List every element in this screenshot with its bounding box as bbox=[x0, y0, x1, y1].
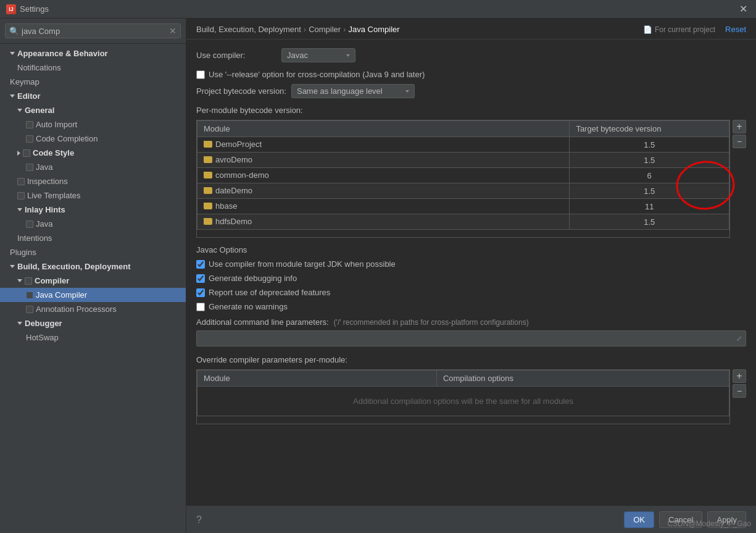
panel-header: Build, Execution, Deployment › Compiler … bbox=[186, 19, 756, 40]
override-hint: Additional compilation options will be t… bbox=[197, 387, 729, 416]
breadcrumb-sep1: › bbox=[304, 25, 306, 34]
cmd-input[interactable]: ⤢ bbox=[196, 330, 746, 346]
javac-option-0: Use compiler from module target JDK when… bbox=[196, 259, 746, 269]
compiler-label: Use compiler: bbox=[196, 51, 276, 60]
javac-option-checkbox-2[interactable] bbox=[196, 288, 205, 297]
breadcrumb-part1: Build, Execution, Deployment bbox=[196, 25, 301, 34]
page-icon bbox=[26, 292, 33, 299]
javac-option-checkbox-1[interactable] bbox=[196, 274, 205, 283]
watermark: CSDN@Modesty_P_Gao bbox=[667, 519, 751, 528]
cmd-input-expand-icon: ⤢ bbox=[736, 335, 742, 343]
main-panel: Build, Execution, Deployment › Compiler … bbox=[186, 19, 756, 533]
sidebar-item-auto-import[interactable]: Auto Import bbox=[0, 117, 186, 132]
main-content: 🔍 ✕ Appearance & Behavior Notifications … bbox=[0, 19, 756, 533]
javac-option-checkbox-0[interactable] bbox=[196, 260, 205, 269]
page-icon bbox=[17, 178, 25, 185]
sidebar-item-code-completion[interactable]: Code Completion bbox=[0, 132, 186, 146]
add-override-button[interactable]: + bbox=[733, 369, 746, 383]
javac-option-label-1: Generate debugging info bbox=[209, 274, 297, 283]
compiler-row: Use compiler: Javac bbox=[196, 48, 746, 62]
sidebar-item-hotswap[interactable]: HotSwap bbox=[0, 330, 186, 345]
sidebar-item-inspections[interactable]: Inspections bbox=[0, 174, 186, 188]
sidebar-item-live-templates[interactable]: Live Templates bbox=[0, 188, 186, 203]
sidebar-item-appearance[interactable]: Appearance & Behavior bbox=[0, 46, 186, 61]
sidebar-item-notifications[interactable]: Notifications bbox=[0, 61, 186, 75]
bytecode-version-row: Project bytecode version: Same as langua… bbox=[196, 84, 746, 98]
modules-table: Module Target bytecode version DemoProje… bbox=[197, 120, 729, 230]
expand-icon bbox=[17, 109, 22, 112]
release-option-row: Use '--release' option for cross-compila… bbox=[196, 70, 746, 79]
expand-icon bbox=[10, 94, 15, 98]
override-module-col: Module bbox=[197, 371, 437, 387]
compiler-dropdown[interactable]: Javac bbox=[281, 48, 355, 62]
sidebar: 🔍 ✕ Appearance & Behavior Notifications … bbox=[0, 19, 186, 533]
breadcrumb: Build, Execution, Deployment › Compiler … bbox=[196, 25, 400, 34]
app-icon: IJ bbox=[6, 4, 16, 14]
sidebar-item-keymap[interactable]: Keymap bbox=[0, 75, 186, 89]
breadcrumb-part3: Java Compiler bbox=[349, 25, 400, 34]
nav-tree: Appearance & Behavior Notifications Keym… bbox=[0, 44, 186, 533]
search-input[interactable] bbox=[22, 27, 169, 36]
page-icon bbox=[17, 192, 25, 199]
search-box: 🔍 ✕ bbox=[0, 19, 186, 44]
remove-module-button[interactable]: − bbox=[733, 135, 746, 148]
javac-option-label-2: Report use of deprecated features bbox=[209, 288, 330, 297]
sidebar-item-annotation-processors[interactable]: Annotation Processors bbox=[0, 302, 186, 316]
sidebar-item-java-style[interactable]: Java bbox=[0, 160, 186, 174]
project-icon: 📄 bbox=[643, 25, 652, 34]
ok-button[interactable]: OK bbox=[624, 511, 654, 528]
title-bar: IJ Settings ✕ bbox=[0, 0, 756, 19]
javac-option-label-0: Use compiler from module target JDK when… bbox=[209, 259, 396, 269]
page-icon bbox=[23, 149, 30, 157]
release-option-checkbox[interactable] bbox=[196, 70, 205, 79]
page-icon bbox=[26, 121, 33, 128]
search-icon: 🔍 bbox=[9, 27, 19, 36]
sidebar-item-java-hints[interactable]: Java bbox=[0, 217, 186, 231]
sidebar-item-editor[interactable]: Editor bbox=[0, 89, 186, 103]
sidebar-item-code-style[interactable]: Code Style bbox=[0, 146, 186, 160]
sidebar-item-java-compiler[interactable]: Java Compiler bbox=[0, 288, 186, 302]
table-row: common-demo 6 bbox=[197, 168, 729, 183]
expand-icon bbox=[17, 322, 22, 325]
javac-option-checkbox-3[interactable] bbox=[196, 303, 205, 311]
javac-option-1: Generate debugging info bbox=[196, 274, 746, 283]
javac-option-3: Generate no warnings bbox=[196, 302, 746, 311]
bytecode-version-dropdown[interactable]: Same as language level bbox=[291, 84, 415, 98]
page-icon bbox=[26, 306, 33, 313]
sidebar-item-intentions[interactable]: Intentions bbox=[0, 231, 186, 245]
javac-options-label: Javac Options bbox=[196, 245, 746, 254]
table-row: hdfsDemo 1.5 bbox=[197, 214, 729, 230]
page-icon bbox=[26, 164, 33, 171]
javac-options-list: Use compiler from module target JDK when… bbox=[196, 259, 746, 311]
javac-option-2: Report use of deprecated features bbox=[196, 288, 746, 297]
table-row: DemoProject 1.5 bbox=[197, 137, 729, 153]
search-clear-button[interactable]: ✕ bbox=[169, 26, 177, 36]
page-icon bbox=[26, 135, 33, 143]
breadcrumb-part2: Compiler bbox=[309, 25, 341, 34]
panel-body: Use compiler: Javac Use '--release' opti… bbox=[186, 40, 756, 506]
reset-button[interactable]: Reset bbox=[725, 25, 746, 34]
help-button[interactable]: ? bbox=[196, 514, 202, 526]
remove-override-button[interactable]: − bbox=[733, 384, 746, 398]
expand-icon bbox=[17, 208, 22, 211]
sidebar-item-build-execution[interactable]: Build, Execution, Deployment bbox=[0, 259, 186, 274]
table-row: dateDemo 1.5 bbox=[197, 183, 729, 199]
sidebar-item-debugger[interactable]: Debugger bbox=[0, 316, 186, 330]
additional-params-hint: ('/' recommended in paths for cross-plat… bbox=[334, 318, 529, 327]
sidebar-item-general[interactable]: General bbox=[0, 103, 186, 117]
cmd-input-wrap: ⤢ bbox=[196, 330, 746, 346]
override-table: Module Compilation options Additional co… bbox=[197, 370, 729, 416]
add-module-button[interactable]: + bbox=[733, 120, 746, 133]
table-row: avroDemo 1.5 bbox=[197, 153, 729, 168]
expand-icon bbox=[17, 151, 20, 156]
breadcrumb-sep2: › bbox=[343, 25, 346, 34]
expand-icon bbox=[10, 265, 15, 268]
table-row: hbase 11 bbox=[197, 199, 729, 214]
per-module-label: Per-module bytecode version: bbox=[196, 106, 746, 115]
sidebar-item-compiler[interactable]: Compiler bbox=[0, 274, 186, 288]
close-button[interactable]: ✕ bbox=[737, 3, 750, 15]
sidebar-item-plugins[interactable]: Plugins bbox=[0, 245, 186, 259]
sidebar-item-inlay-hints[interactable]: Inlay Hints bbox=[0, 203, 186, 217]
dropdown-arrow-icon bbox=[405, 90, 409, 93]
bytecode-version-label: Project bytecode version: bbox=[196, 86, 286, 96]
